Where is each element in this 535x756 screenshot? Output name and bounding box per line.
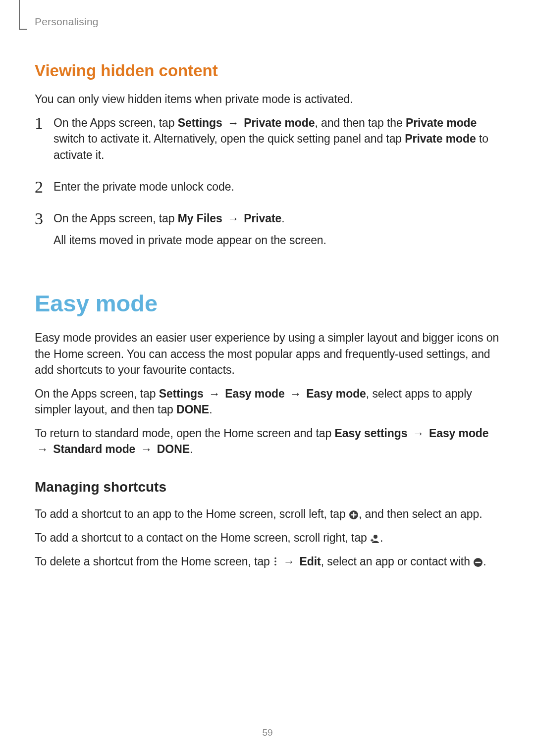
managing-p1: To add a shortcut to an app to the Home … — [35, 506, 500, 522]
bold-settings: Settings — [159, 387, 204, 400]
text-run: To delete a shortcut from the Home scree… — [35, 555, 273, 568]
bold-private: Private — [244, 212, 281, 225]
arrow-icon: → — [411, 425, 426, 441]
easy-para2: On the Apps screen, tap Settings → Easy … — [35, 386, 500, 417]
bold-easy-mode: Easy mode — [306, 387, 366, 400]
header-rule — [19, 0, 20, 30]
step-body: On the Apps screen, tap Settings → Priva… — [54, 115, 500, 169]
step-body: Enter the private mode unlock code. — [54, 179, 500, 201]
svg-point-7 — [274, 560, 276, 562]
hidden-steps: 1 On the Apps screen, tap Settings → Pri… — [35, 115, 500, 254]
arrow-icon: → — [288, 386, 303, 402]
add-contact-icon — [370, 534, 380, 544]
text-run: To return to standard mode, open the Hom… — [35, 427, 334, 440]
step-1: 1 On the Apps screen, tap Settings → Pri… — [35, 115, 500, 169]
bold-easy-mode: Easy mode — [429, 427, 489, 440]
managing-p3: To delete a shortcut from the Home scree… — [35, 554, 500, 569]
step-3: 3 On the Apps screen, tap My Files → Pri… — [35, 210, 500, 254]
arrow-icon: → — [35, 441, 50, 457]
heading-easy-mode: Easy mode — [35, 290, 500, 317]
text-run: To add a shortcut to an app to the Home … — [35, 507, 349, 520]
text-run: To add a shortcut to a contact on the Ho… — [35, 531, 370, 544]
arrow-icon: → — [139, 441, 154, 457]
step-2: 2 Enter the private mode unlock code. — [35, 179, 500, 201]
text-run: . — [190, 443, 193, 455]
text-run: switch to activate it. Alternatively, op… — [54, 132, 405, 145]
arrow-icon: → — [225, 210, 241, 226]
arrow-icon: → — [207, 386, 222, 402]
page-number: 59 — [0, 727, 535, 738]
text-run: , and then tap the — [315, 116, 406, 129]
step-number: 1 — [35, 115, 54, 132]
manual-page: Personalising Viewing hidden content You… — [0, 0, 535, 756]
minus-circle-icon — [473, 557, 483, 567]
step-1-text: On the Apps screen, tap Settings → Priva… — [54, 115, 500, 163]
text-run: , and then select an app. — [359, 507, 482, 520]
bold-done: DONE — [157, 443, 190, 455]
step-body: On the Apps screen, tap My Files → Priva… — [54, 210, 500, 254]
bold-my-files: My Files — [178, 212, 222, 225]
text-run: On the Apps screen, tap — [54, 116, 178, 129]
text-run: . — [209, 403, 212, 416]
text-run: On the Apps screen, tap — [54, 212, 178, 225]
text-run: . — [483, 555, 486, 568]
bold-easy-settings: Easy settings — [334, 427, 407, 440]
heading-managing-shortcuts: Managing shortcuts — [35, 479, 500, 495]
text-run: On the Apps screen, tap — [35, 387, 159, 400]
text-run: . — [281, 212, 284, 225]
bold-settings: Settings — [178, 116, 222, 129]
arrow-icon: → — [225, 115, 241, 131]
svg-point-3 — [374, 535, 377, 539]
hidden-intro: You can only view hidden items when priv… — [35, 91, 500, 107]
step-3-line1: On the Apps screen, tap My Files → Priva… — [54, 210, 500, 226]
easy-intro: Easy mode provides an easier user experi… — [35, 330, 500, 378]
bold-easy-mode: Easy mode — [225, 387, 285, 400]
arrow-icon: → — [281, 554, 296, 569]
step-3-line2: All items moved in private mode appear o… — [54, 232, 500, 248]
managing-p2: To add a shortcut to a contact on the Ho… — [35, 530, 500, 546]
heading-viewing-hidden-content: Viewing hidden content — [35, 61, 500, 80]
svg-point-8 — [274, 564, 276, 566]
header-tick — [19, 29, 27, 30]
bold-private-mode: Private mode — [405, 132, 476, 145]
bold-private-mode: Private mode — [244, 116, 315, 129]
step-number: 2 — [35, 179, 54, 196]
more-options-icon — [273, 554, 278, 564]
bold-standard-mode: Standard mode — [53, 443, 135, 455]
bold-private-mode: Private mode — [406, 116, 477, 129]
bold-done: DONE — [176, 403, 209, 416]
header-section: Personalising — [35, 16, 99, 28]
step-2-text: Enter the private mode unlock code. — [54, 179, 500, 195]
step-number: 3 — [35, 210, 54, 227]
bold-edit: Edit — [300, 555, 321, 568]
text-run: . — [380, 531, 383, 544]
easy-para3: To return to standard mode, open the Hom… — [35, 425, 500, 457]
plus-circle-icon — [349, 510, 359, 520]
svg-point-6 — [274, 557, 276, 559]
text-run: , select an app or contact with — [321, 555, 473, 568]
